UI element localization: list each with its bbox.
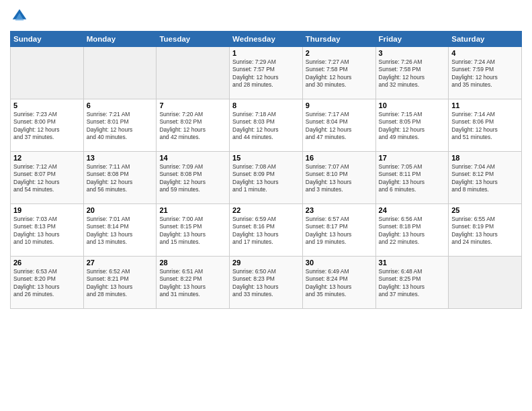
calendar-cell: 15Sunrise: 7:08 AM Sunset: 8:09 PM Dayli… — [230, 152, 303, 204]
calendar-cell: 5Sunrise: 7:23 AM Sunset: 8:00 PM Daylig… — [11, 99, 84, 152]
calendar-cell: 31Sunrise: 6:48 AM Sunset: 8:25 PM Dayli… — [375, 257, 449, 309]
day-info: Sunrise: 7:03 AM Sunset: 8:13 PM Dayligh… — [13, 216, 81, 246]
calendar-cell: 2Sunrise: 7:27 AM Sunset: 7:58 PM Daylig… — [302, 47, 375, 99]
day-number: 25 — [451, 206, 519, 214]
day-number: 15 — [232, 154, 300, 162]
header — [10, 7, 522, 26]
calendar-week-row: 19Sunrise: 7:03 AM Sunset: 8:13 PM Dayli… — [11, 204, 522, 257]
day-info: Sunrise: 7:01 AM Sunset: 8:14 PM Dayligh… — [87, 216, 154, 246]
logo-icon — [10, 7, 29, 26]
calendar-cell: 17Sunrise: 7:05 AM Sunset: 8:11 PM Dayli… — [375, 152, 449, 204]
day-number: 4 — [451, 49, 519, 57]
day-number: 11 — [451, 101, 519, 109]
calendar-week-row: 1Sunrise: 7:29 AM Sunset: 7:57 PM Daylig… — [11, 47, 522, 99]
calendar-day-header: Saturday — [449, 32, 522, 47]
page: SundayMondayTuesdayWednesdayThursdayFrid… — [0, 0, 532, 411]
day-info: Sunrise: 7:08 AM Sunset: 8:09 PM Dayligh… — [232, 163, 300, 194]
day-number: 10 — [379, 101, 446, 109]
day-info: Sunrise: 7:17 AM Sunset: 8:04 PM Dayligh… — [306, 111, 373, 142]
calendar-cell: 9Sunrise: 7:17 AM Sunset: 8:04 PM Daylig… — [302, 99, 375, 152]
calendar-cell: 16Sunrise: 7:07 AM Sunset: 8:10 PM Dayli… — [302, 152, 375, 204]
calendar-cell: 19Sunrise: 7:03 AM Sunset: 8:13 PM Dayli… — [11, 204, 84, 257]
day-number: 31 — [379, 259, 446, 267]
day-number: 6 — [87, 101, 154, 109]
calendar-cell: 20Sunrise: 7:01 AM Sunset: 8:14 PM Dayli… — [83, 204, 157, 257]
day-info: Sunrise: 7:05 AM Sunset: 8:11 PM Dayligh… — [379, 163, 446, 194]
calendar-cell: 12Sunrise: 7:12 AM Sunset: 8:07 PM Dayli… — [11, 152, 84, 204]
calendar-cell: 23Sunrise: 6:57 AM Sunset: 8:17 PM Dayli… — [302, 204, 375, 257]
calendar-cell: 7Sunrise: 7:20 AM Sunset: 8:02 PM Daylig… — [157, 99, 230, 152]
calendar-cell — [83, 47, 157, 99]
day-number: 14 — [159, 154, 226, 162]
calendar-week-row: 5Sunrise: 7:23 AM Sunset: 8:00 PM Daylig… — [11, 99, 522, 152]
day-info: Sunrise: 7:11 AM Sunset: 8:08 PM Dayligh… — [87, 163, 154, 194]
day-info: Sunrise: 7:20 AM Sunset: 8:02 PM Dayligh… — [159, 111, 226, 142]
calendar-cell: 27Sunrise: 6:52 AM Sunset: 8:21 PM Dayli… — [83, 257, 157, 309]
calendar-cell: 29Sunrise: 6:50 AM Sunset: 8:23 PM Dayli… — [230, 257, 303, 309]
day-info: Sunrise: 6:55 AM Sunset: 8:19 PM Dayligh… — [451, 216, 519, 246]
day-number: 17 — [379, 154, 446, 162]
day-info: Sunrise: 6:56 AM Sunset: 8:18 PM Dayligh… — [379, 216, 446, 246]
calendar-table: SundayMondayTuesdayWednesdayThursdayFrid… — [10, 31, 522, 309]
day-info: Sunrise: 7:04 AM Sunset: 8:12 PM Dayligh… — [451, 163, 519, 194]
calendar-cell: 25Sunrise: 6:55 AM Sunset: 8:19 PM Dayli… — [449, 204, 522, 257]
day-info: Sunrise: 7:29 AM Sunset: 7:57 PM Dayligh… — [232, 58, 300, 89]
calendar-cell — [157, 47, 230, 99]
day-info: Sunrise: 7:00 AM Sunset: 8:15 PM Dayligh… — [159, 216, 226, 246]
day-number: 23 — [306, 206, 373, 214]
calendar-cell: 28Sunrise: 6:51 AM Sunset: 8:22 PM Dayli… — [157, 257, 230, 309]
day-number: 1 — [232, 49, 300, 57]
day-info: Sunrise: 6:53 AM Sunset: 8:20 PM Dayligh… — [13, 268, 81, 299]
calendar-cell — [449, 257, 522, 309]
calendar-cell: 11Sunrise: 7:14 AM Sunset: 8:06 PM Dayli… — [449, 99, 522, 152]
calendar-cell: 14Sunrise: 7:09 AM Sunset: 8:08 PM Dayli… — [157, 152, 230, 204]
calendar-cell: 1Sunrise: 7:29 AM Sunset: 7:57 PM Daylig… — [230, 47, 303, 99]
calendar-day-header: Monday — [83, 32, 157, 47]
calendar-cell: 8Sunrise: 7:18 AM Sunset: 8:03 PM Daylig… — [230, 99, 303, 152]
day-number: 28 — [159, 259, 226, 267]
day-info: Sunrise: 7:24 AM Sunset: 7:59 PM Dayligh… — [451, 58, 519, 89]
day-info: Sunrise: 7:26 AM Sunset: 7:58 PM Dayligh… — [379, 58, 446, 89]
logo — [10, 7, 32, 26]
day-number: 29 — [232, 259, 300, 267]
day-info: Sunrise: 6:57 AM Sunset: 8:17 PM Dayligh… — [306, 216, 373, 246]
calendar-cell: 26Sunrise: 6:53 AM Sunset: 8:20 PM Dayli… — [11, 257, 84, 309]
day-number: 20 — [87, 206, 154, 214]
calendar-cell: 18Sunrise: 7:04 AM Sunset: 8:12 PM Dayli… — [449, 152, 522, 204]
calendar-cell: 13Sunrise: 7:11 AM Sunset: 8:08 PM Dayli… — [83, 152, 157, 204]
calendar-day-header: Sunday — [11, 32, 84, 47]
day-number: 3 — [379, 49, 446, 57]
day-info: Sunrise: 7:15 AM Sunset: 8:05 PM Dayligh… — [379, 111, 446, 142]
calendar-cell: 3Sunrise: 7:26 AM Sunset: 7:58 PM Daylig… — [375, 47, 449, 99]
day-number: 27 — [87, 259, 154, 267]
day-number: 19 — [13, 206, 81, 214]
day-info: Sunrise: 7:14 AM Sunset: 8:06 PM Dayligh… — [451, 111, 519, 142]
day-number: 26 — [13, 259, 81, 267]
calendar-cell: 22Sunrise: 6:59 AM Sunset: 8:16 PM Dayli… — [230, 204, 303, 257]
day-number: 13 — [87, 154, 154, 162]
calendar-day-header: Thursday — [302, 32, 375, 47]
day-number: 21 — [159, 206, 226, 214]
day-number: 22 — [232, 206, 300, 214]
day-info: Sunrise: 7:07 AM Sunset: 8:10 PM Dayligh… — [306, 163, 373, 194]
day-number: 30 — [306, 259, 373, 267]
day-info: Sunrise: 7:09 AM Sunset: 8:08 PM Dayligh… — [159, 163, 226, 194]
day-info: Sunrise: 7:12 AM Sunset: 8:07 PM Dayligh… — [13, 163, 81, 194]
calendar-week-row: 26Sunrise: 6:53 AM Sunset: 8:20 PM Dayli… — [11, 257, 522, 309]
day-info: Sunrise: 6:50 AM Sunset: 8:23 PM Dayligh… — [232, 268, 300, 299]
calendar-header-row: SundayMondayTuesdayWednesdayThursdayFrid… — [11, 32, 522, 47]
calendar-cell: 10Sunrise: 7:15 AM Sunset: 8:05 PM Dayli… — [375, 99, 449, 152]
calendar-cell: 30Sunrise: 6:49 AM Sunset: 8:24 PM Dayli… — [302, 257, 375, 309]
day-info: Sunrise: 7:18 AM Sunset: 8:03 PM Dayligh… — [232, 111, 300, 142]
day-number: 24 — [379, 206, 446, 214]
calendar-day-header: Wednesday — [230, 32, 303, 47]
day-info: Sunrise: 6:51 AM Sunset: 8:22 PM Dayligh… — [159, 268, 226, 299]
calendar-week-row: 12Sunrise: 7:12 AM Sunset: 8:07 PM Dayli… — [11, 152, 522, 204]
day-info: Sunrise: 6:49 AM Sunset: 8:24 PM Dayligh… — [306, 268, 373, 299]
day-info: Sunrise: 7:27 AM Sunset: 7:58 PM Dayligh… — [306, 58, 373, 89]
day-number: 5 — [13, 101, 81, 109]
day-info: Sunrise: 7:23 AM Sunset: 8:00 PM Dayligh… — [13, 111, 81, 142]
day-number: 2 — [306, 49, 373, 57]
day-number: 16 — [306, 154, 373, 162]
day-number: 9 — [306, 101, 373, 109]
